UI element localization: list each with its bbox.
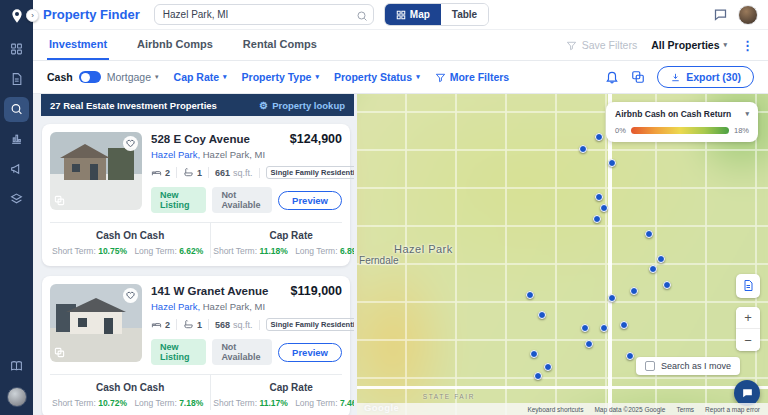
tab-rental-comps[interactable]: Rental Comps — [241, 30, 319, 60]
zoom-in-button[interactable]: + — [736, 307, 760, 329]
property-marker[interactable] — [620, 321, 628, 329]
compare-properties-button[interactable] — [631, 70, 645, 84]
sidebar-item-marketing[interactable] — [4, 157, 29, 182]
photo-compare-icon[interactable] — [54, 195, 65, 206]
zoom-out-button[interactable]: − — [736, 329, 760, 351]
location-rest: Hazel Park, MI — [200, 301, 265, 312]
property-marker[interactable] — [585, 340, 593, 348]
map-legend[interactable]: Airbnb Cash on Cash Return ▾ 0% 18% — [606, 102, 758, 142]
report-error-link[interactable]: Report a map error — [705, 406, 760, 413]
chevron-down-icon[interactable]: ▾ — [745, 110, 749, 118]
cash-mortgage-toggle[interactable] — [79, 71, 101, 83]
sidebar-rail: › — [0, 0, 33, 415]
preview-button[interactable]: Preview — [278, 343, 342, 362]
property-marker[interactable] — [630, 287, 638, 295]
property-marker[interactable] — [626, 352, 634, 360]
sqft-spec: 661 sq.ft. — [215, 168, 260, 178]
property-marker[interactable] — [526, 291, 534, 299]
property-price: $119,000 — [291, 284, 342, 298]
tab-airbnb-comps[interactable]: Airbnb Comps — [135, 30, 215, 60]
property-marker[interactable] — [538, 311, 546, 319]
property-marker[interactable] — [530, 350, 538, 358]
property-status-filter[interactable]: Property Status ▾ — [334, 71, 420, 83]
search-input[interactable] — [154, 4, 374, 25]
more-filters-label: More Filters — [450, 71, 510, 83]
sidebar-item-documents[interactable] — [4, 67, 29, 92]
property-type-filter[interactable]: Property Type ▾ — [242, 71, 319, 83]
favorite-heart-icon[interactable] — [123, 288, 138, 303]
new-listing-badge: New Listing — [151, 187, 206, 213]
keyboard-shortcuts-link[interactable]: Keyboard shortcuts — [527, 406, 583, 413]
main-area: Property Finder Map Table — [33, 0, 768, 415]
property-photo[interactable] — [50, 284, 142, 362]
property-address[interactable]: 141 W Granet Avenue — [151, 285, 268, 297]
property-photo[interactable] — [50, 132, 142, 210]
sidebar-bottom — [4, 351, 29, 415]
property-marker[interactable] — [581, 324, 589, 332]
sidebar-item-dashboard[interactable] — [4, 37, 29, 62]
feedback-chat-button[interactable] — [713, 7, 728, 22]
property-marker[interactable] — [645, 230, 653, 238]
funnel-icon — [435, 72, 446, 83]
property-card[interactable]: 528 E Coy Avenue $124,900 Hazel Park, Ha… — [42, 124, 350, 266]
property-badges: New Listing Not Available Preview — [151, 187, 342, 213]
kebab-menu[interactable]: ⋮ — [741, 39, 754, 52]
terms-link[interactable]: Terms — [676, 406, 694, 413]
property-specs: 2 1 568 sq.ft. — [151, 318, 342, 331]
table-view-button[interactable]: Table — [441, 4, 488, 25]
sidebar-item-resources[interactable] — [4, 354, 29, 379]
save-filters-button[interactable]: Save Filters — [566, 39, 637, 51]
property-marker[interactable] — [593, 215, 601, 223]
property-marker[interactable] — [595, 193, 603, 201]
map-panel[interactable]: Hazel Park Ferndale STATE FAIR Airbnb Ca… — [357, 94, 768, 415]
property-marker[interactable] — [608, 294, 616, 302]
property-marker[interactable] — [657, 255, 665, 263]
property-lookup-button[interactable]: ⚙ Property lookup — [259, 100, 345, 111]
sidebar-expand-button[interactable]: › — [26, 9, 39, 22]
property-marker[interactable] — [534, 372, 542, 380]
bed-icon — [151, 319, 162, 330]
checkbox-icon[interactable] — [645, 361, 655, 371]
city-link[interactable]: Hazel Park, — [151, 149, 200, 160]
long-term-value: 6.62% — [179, 246, 203, 256]
topbar-right — [713, 5, 758, 25]
bed-icon — [151, 167, 162, 178]
city-link[interactable]: Hazel Park, — [151, 301, 200, 312]
property-lookup-label: Property lookup — [272, 100, 345, 111]
sidebar-item-search[interactable] — [4, 97, 29, 122]
sidebar-item-layers[interactable] — [4, 187, 29, 212]
tab-investment[interactable]: Investment — [47, 30, 109, 60]
user-avatar[interactable] — [738, 5, 758, 25]
app-logo[interactable] — [7, 6, 27, 26]
property-marker[interactable] — [579, 145, 587, 153]
map-view-button[interactable]: Map — [385, 4, 441, 25]
alerts-bell-button[interactable] — [605, 70, 619, 84]
preview-button[interactable]: Preview — [278, 191, 342, 210]
property-marker[interactable] — [544, 363, 552, 371]
sidebar-avatar[interactable] — [7, 387, 27, 407]
property-card[interactable]: 141 W Granet Avenue $119,000 Hazel Park,… — [42, 276, 350, 415]
cap-rate-filter[interactable]: Cap Rate ▾ — [174, 71, 227, 83]
property-scope-select[interactable]: All Properties ▾ — [651, 39, 727, 51]
more-filters-button[interactable]: More Filters — [435, 71, 510, 83]
document-icon — [742, 279, 754, 292]
location-search — [154, 4, 374, 25]
favorite-heart-icon[interactable] — [123, 136, 138, 151]
photo-compare-icon[interactable] — [54, 347, 65, 358]
sidebar-item-analytics[interactable] — [4, 127, 29, 152]
property-marker[interactable] — [608, 159, 616, 167]
property-marker[interactable] — [595, 133, 603, 141]
property-marker[interactable] — [649, 265, 657, 273]
property-marker[interactable] — [600, 324, 608, 332]
chevron-down-icon: ▾ — [315, 73, 319, 81]
export-label: Export (30) — [686, 71, 741, 83]
property-address[interactable]: 528 E Coy Avenue — [151, 133, 250, 145]
property-marker[interactable] — [663, 281, 671, 289]
mortgage-dropdown[interactable]: Mortgage ▾ — [107, 71, 159, 83]
search-as-i-move[interactable]: Search as I move — [636, 357, 740, 375]
export-button[interactable]: Export (30) — [657, 66, 754, 88]
map-report-button[interactable] — [736, 274, 760, 298]
view-toggle: Map Table — [384, 3, 489, 26]
short-term-label: Short Term: — [52, 246, 96, 256]
property-marker[interactable] — [600, 204, 608, 212]
